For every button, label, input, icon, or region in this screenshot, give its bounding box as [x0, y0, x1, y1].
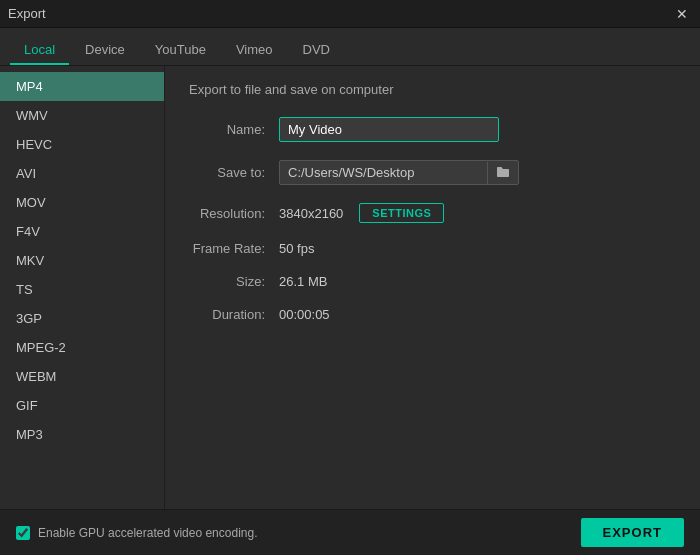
- sidebar-item-mp4[interactable]: MP4: [0, 72, 164, 101]
- resolution-value: 3840x2160: [279, 206, 343, 221]
- sidebar-item-mkv[interactable]: MKV: [0, 246, 164, 275]
- size-value: 26.1 MB: [279, 274, 327, 289]
- sidebar-item-ts[interactable]: TS: [0, 275, 164, 304]
- title-bar: Export ✕: [0, 0, 700, 28]
- gpu-label[interactable]: Enable GPU accelerated video encoding.: [38, 526, 257, 540]
- sidebar-item-gif[interactable]: GIF: [0, 391, 164, 420]
- sidebar-item-webm[interactable]: WEBM: [0, 362, 164, 391]
- size-row: Size: 26.1 MB: [189, 274, 676, 289]
- sidebar-item-wmv[interactable]: WMV: [0, 101, 164, 130]
- duration-row: Duration: 00:00:05: [189, 307, 676, 322]
- tab-youtube[interactable]: YouTube: [141, 36, 220, 65]
- content-area: Export to file and save on computer Name…: [165, 66, 700, 509]
- resolution-row: Resolution: 3840x2160 SETTINGS: [189, 203, 676, 223]
- gpu-option-container: Enable GPU accelerated video encoding.: [16, 526, 257, 540]
- tab-bar: Local Device YouTube Vimeo DVD: [0, 28, 700, 66]
- size-label: Size:: [189, 274, 279, 289]
- main-area: MP4 WMV HEVC AVI MOV F4V MKV TS 3GP MPEG…: [0, 66, 700, 509]
- tab-dvd[interactable]: DVD: [289, 36, 344, 65]
- save-to-row: Save to:: [189, 160, 676, 185]
- tab-device[interactable]: Device: [71, 36, 139, 65]
- export-button[interactable]: EXPORT: [581, 518, 684, 547]
- sidebar-item-hevc[interactable]: HEVC: [0, 130, 164, 159]
- resolution-label: Resolution:: [189, 206, 279, 221]
- sidebar: MP4 WMV HEVC AVI MOV F4V MKV TS 3GP MPEG…: [0, 66, 165, 509]
- duration-value: 00:00:05: [279, 307, 330, 322]
- save-to-container: [279, 160, 519, 185]
- sidebar-item-mov[interactable]: MOV: [0, 188, 164, 217]
- frame-rate-label: Frame Rate:: [189, 241, 279, 256]
- folder-browse-button[interactable]: [487, 162, 518, 184]
- settings-button[interactable]: SETTINGS: [359, 203, 444, 223]
- close-button[interactable]: ✕: [672, 4, 692, 24]
- title-bar-text: Export: [8, 6, 46, 21]
- sidebar-item-mp3[interactable]: MP3: [0, 420, 164, 449]
- sidebar-item-mpeg2[interactable]: MPEG-2: [0, 333, 164, 362]
- sidebar-item-avi[interactable]: AVI: [0, 159, 164, 188]
- name-row: Name:: [189, 117, 676, 142]
- sidebar-item-f4v[interactable]: F4V: [0, 217, 164, 246]
- resolution-row-content: 3840x2160 SETTINGS: [279, 203, 444, 223]
- export-title: Export to file and save on computer: [189, 82, 676, 97]
- name-input[interactable]: [279, 117, 499, 142]
- save-to-label: Save to:: [189, 165, 279, 180]
- gpu-checkbox[interactable]: [16, 526, 30, 540]
- name-label: Name:: [189, 122, 279, 137]
- duration-label: Duration:: [189, 307, 279, 322]
- save-to-input[interactable]: [280, 161, 487, 184]
- frame-rate-row: Frame Rate: 50 fps: [189, 241, 676, 256]
- frame-rate-value: 50 fps: [279, 241, 314, 256]
- sidebar-item-3gp[interactable]: 3GP: [0, 304, 164, 333]
- tab-local[interactable]: Local: [10, 36, 69, 65]
- tab-vimeo[interactable]: Vimeo: [222, 36, 287, 65]
- bottom-bar: Enable GPU accelerated video encoding. E…: [0, 509, 700, 555]
